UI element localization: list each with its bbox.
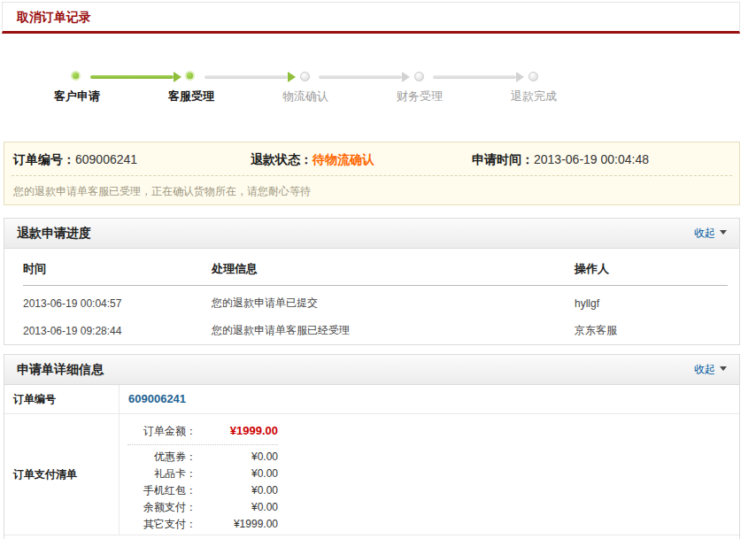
order-number-row: 订单编号 609006241 bbox=[4, 385, 739, 414]
col-header-operator: 操作人 bbox=[575, 254, 728, 286]
payment-item-label: 手机红包： bbox=[127, 482, 197, 499]
payment-item-value: ¥0.00 bbox=[197, 449, 278, 466]
summary-message: 您的退款申请单客服已受理，正在确认货物所在，请您耐心等待 bbox=[4, 176, 739, 199]
payment-item-value: ¥1999.00 bbox=[197, 516, 278, 533]
page-title: 取消订单记录 bbox=[3, 3, 739, 31]
col-header-info: 处理信息 bbox=[212, 254, 575, 286]
col-header-time: 时间 bbox=[23, 254, 212, 286]
refund-progress-title: 退款申请进度 bbox=[17, 219, 91, 248]
progress-table-header-row: 时间 处理信息 操作人 bbox=[23, 254, 728, 286]
payment-item-value: ¥0.00 bbox=[197, 482, 278, 499]
payment-item-label: 其它支付： bbox=[127, 516, 197, 533]
step-dot-icon bbox=[300, 72, 310, 81]
step-label: 物流确认 bbox=[282, 89, 328, 104]
step-dot-icon bbox=[528, 72, 538, 81]
step-dot-icon bbox=[185, 71, 195, 81]
collapse-detail-link[interactable]: 收起 bbox=[694, 355, 727, 384]
table-row: 2013-06-19 00:04:57 您的退款申请单已提交 hyllgf bbox=[23, 286, 728, 314]
cell-time: 2013-06-19 00:04:57 bbox=[23, 286, 212, 314]
step-label: 客服受理 bbox=[168, 89, 214, 104]
payment-item-value: ¥0.00 bbox=[197, 466, 278, 482]
cell-info: 您的退款申请单客服已经受理 bbox=[212, 313, 575, 341]
step-dot-icon bbox=[414, 72, 424, 81]
step-label: 客户申请 bbox=[54, 89, 100, 104]
cell-info: 您的退款申请单已提交 bbox=[212, 286, 575, 314]
application-detail-section: 申请单详细信息 收起 订单编号 609006241 订单支付清单 订单金额： ¥… bbox=[4, 354, 740, 539]
application-detail-header: 申请单详细信息 收起 bbox=[4, 355, 739, 385]
payment-list-values: 订单金额： ¥1999.00 优惠券： ¥0.00 礼品卡： ¥0.00 手机红… bbox=[120, 414, 278, 535]
order-summary-box: 订单编号：609006241 退款状态：待物流确认 申请时间：2013-06-1… bbox=[4, 142, 740, 205]
refund-status-badge: 待物流确认 bbox=[312, 152, 374, 166]
payment-line-redpacket: 手机红包： ¥0.00 bbox=[127, 482, 278, 499]
payment-list-row: 订单支付清单 订单金额： ¥1999.00 优惠券： ¥0.00 礼品卡： ¥0… bbox=[4, 414, 739, 535]
collapse-label: 收起 bbox=[694, 227, 715, 239]
chevron-down-icon bbox=[720, 230, 727, 235]
step-arrow-icon bbox=[90, 75, 174, 79]
step-arrow-icon bbox=[204, 75, 288, 79]
payment-box: 订单金额： ¥1999.00 优惠券： ¥0.00 礼品卡： ¥0.00 手机红… bbox=[127, 422, 278, 533]
cell-operator: hyllgf bbox=[575, 286, 728, 314]
payment-line-giftcard: 礼品卡： ¥0.00 bbox=[127, 466, 278, 482]
payment-line-coupon: 优惠券： ¥0.00 bbox=[127, 449, 278, 466]
refund-status-item: 退款状态：待物流确认 bbox=[251, 152, 374, 168]
order-number-row-label: 订单编号 bbox=[4, 385, 120, 413]
chevron-down-icon bbox=[720, 366, 727, 371]
collapse-label: 收起 bbox=[694, 363, 715, 375]
payment-divider bbox=[127, 444, 278, 445]
payment-total-line: 订单金额： ¥1999.00 bbox=[127, 422, 278, 443]
step-label: 财务受理 bbox=[397, 89, 443, 104]
refund-status-label: 退款状态： bbox=[251, 152, 312, 166]
payment-item-label: 余额支付： bbox=[127, 499, 197, 516]
progress-table: 时间 处理信息 操作人 2013-06-19 00:04:57 您的退款申请单已… bbox=[23, 254, 728, 341]
apply-time-label: 申请时间： bbox=[472, 152, 534, 166]
payment-item-label: 礼品卡： bbox=[127, 466, 197, 482]
payment-total-value: ¥1999.00 bbox=[197, 422, 278, 443]
order-number-label: 订单编号： bbox=[13, 152, 75, 166]
step-arrow-icon bbox=[433, 75, 516, 79]
step-refund-complete: 退款完成 bbox=[528, 67, 582, 104]
application-detail-title: 申请单详细信息 bbox=[17, 355, 104, 384]
cell-operator: 京东客服 bbox=[575, 313, 728, 341]
order-summary-row: 订单编号：609006241 退款状态：待物流确认 申请时间：2013-06-1… bbox=[4, 142, 739, 175]
refund-steps-bar: 客户申请 客服受理 物流确认 财务受理 退款完成 bbox=[72, 67, 582, 104]
payment-item-label: 优惠券： bbox=[127, 449, 197, 466]
payment-line-balance: 余额支付： ¥0.00 bbox=[127, 499, 278, 516]
payment-list-label: 订单支付清单 bbox=[4, 414, 120, 535]
order-number-item: 订单编号：609006241 bbox=[13, 152, 137, 168]
step-label: 退款完成 bbox=[511, 89, 557, 104]
payment-line-other: 其它支付： ¥1999.00 bbox=[127, 516, 278, 533]
apply-time-item: 申请时间：2013-06-19 00:04:48 bbox=[472, 152, 649, 168]
payment-total-label: 订单金额： bbox=[127, 422, 197, 443]
collapse-progress-link[interactable]: 收起 bbox=[694, 219, 727, 248]
refund-progress-header: 退款申请进度 收起 bbox=[4, 219, 739, 249]
table-row: 2013-06-19 09:28:44 您的退款申请单客服已经受理 京东客服 bbox=[23, 313, 728, 341]
order-number-value: 609006241 bbox=[75, 152, 137, 166]
cell-time: 2013-06-19 09:28:44 bbox=[23, 313, 212, 341]
step-arrow-icon bbox=[319, 75, 402, 79]
apply-time-value: 2013-06-19 00:04:48 bbox=[534, 152, 649, 166]
page-header: 取消订单记录 bbox=[2, 2, 740, 34]
refund-progress-section: 退款申请进度 收起 时间 处理信息 操作人 2013-06-19 00:04:5… bbox=[4, 218, 740, 345]
order-number-link[interactable]: 609006241 bbox=[120, 385, 186, 413]
payment-item-value: ¥0.00 bbox=[197, 499, 278, 516]
step-dot-icon bbox=[71, 71, 81, 81]
